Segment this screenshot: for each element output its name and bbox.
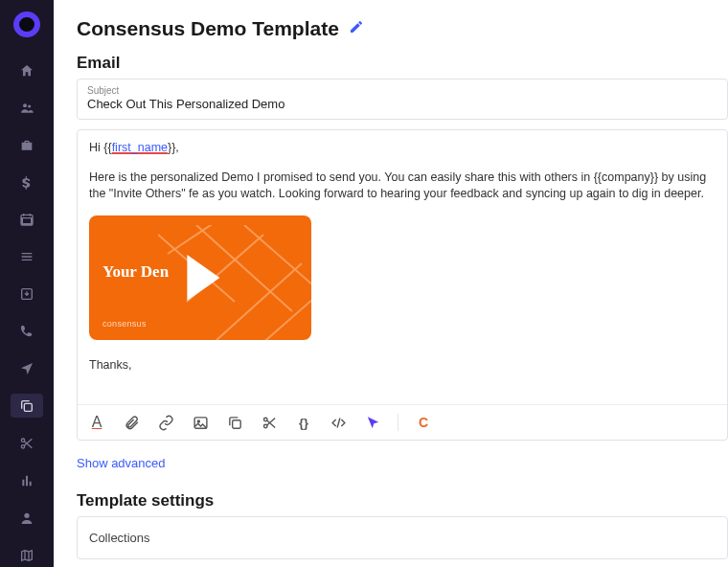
first-name-merge-tag[interactable]: first_name [112,141,168,154]
email-body[interactable]: Hi {{first_name}}, Here is the personali… [78,130,727,404]
svg-point-1 [28,104,31,107]
code-icon[interactable] [329,413,348,432]
subject-value: Check Out This Personalized Demo [87,97,717,111]
svg-point-15 [197,420,199,422]
svg-point-0 [23,103,27,107]
svg-point-5 [21,445,24,448]
map-icon[interactable] [11,543,43,567]
merge-field-icon[interactable]: {} [294,413,313,432]
calendar-icon[interactable] [11,208,43,232]
main-content: Consensus Demo Template Email Subject Ch… [54,0,728,567]
sidebar [0,0,54,567]
user-icon[interactable] [11,506,43,530]
collections-field[interactable]: Collections [77,516,728,559]
chart-icon[interactable] [11,468,43,492]
stack-icon[interactable] [11,245,43,269]
email-section-heading: Email [77,54,728,73]
briefcase-icon[interactable] [11,133,43,157]
demo-video-thumbnail[interactable]: Your Den consensus [89,215,311,340]
phone-icon[interactable] [11,320,43,344]
toolbar-divider [398,414,398,431]
signoff-line: Thanks, [89,357,716,374]
cursor-icon[interactable] [363,413,382,432]
collections-label: Collections [89,531,150,545]
snippet-icon[interactable] [260,413,279,432]
greeting-line: Hi {{first_name}}, [89,140,716,156]
logo-icon[interactable] [13,11,40,37]
svg-line-9 [206,263,302,340]
download-box-icon[interactable] [11,283,43,306]
copy-icon[interactable] [225,413,244,432]
template-settings-heading: Template settings [77,491,728,510]
svg-point-6 [24,512,29,517]
page-title: Consensus Demo Template [77,17,339,40]
show-advanced-link[interactable]: Show advanced [77,456,166,470]
consensus-badge-icon[interactable]: C [414,413,433,432]
home-icon[interactable] [11,58,43,82]
dollar-icon[interactable] [11,170,43,194]
attachment-icon[interactable] [122,413,141,432]
text-format-icon[interactable]: A [87,413,106,432]
email-body-editor: Hi {{first_name}}, Here is the personali… [77,129,728,441]
geo-pattern-icon [158,225,311,340]
thumbnail-brand: consensus [102,318,147,329]
svg-rect-16 [232,420,240,428]
people-icon[interactable] [11,96,43,120]
templates-icon[interactable] [11,394,43,418]
edit-title-icon[interactable] [349,19,364,38]
scissors-icon[interactable] [11,431,43,455]
svg-point-18 [263,424,267,428]
subject-field[interactable]: Subject Check Out This Personalized Demo [77,79,728,120]
svg-point-17 [263,418,267,421]
subject-label: Subject [87,85,717,96]
thumbnail-title: Your Den [102,261,169,284]
editor-toolbar: A {} C [78,404,727,440]
play-icon [187,255,219,301]
body-paragraph: Here is the personalized Demo I promised… [89,170,716,202]
svg-line-13 [244,225,311,292]
send-icon[interactable] [11,357,43,381]
link-icon[interactable] [156,413,175,432]
image-icon[interactable] [191,413,210,432]
svg-point-4 [21,439,24,442]
svg-rect-3 [24,403,32,411]
